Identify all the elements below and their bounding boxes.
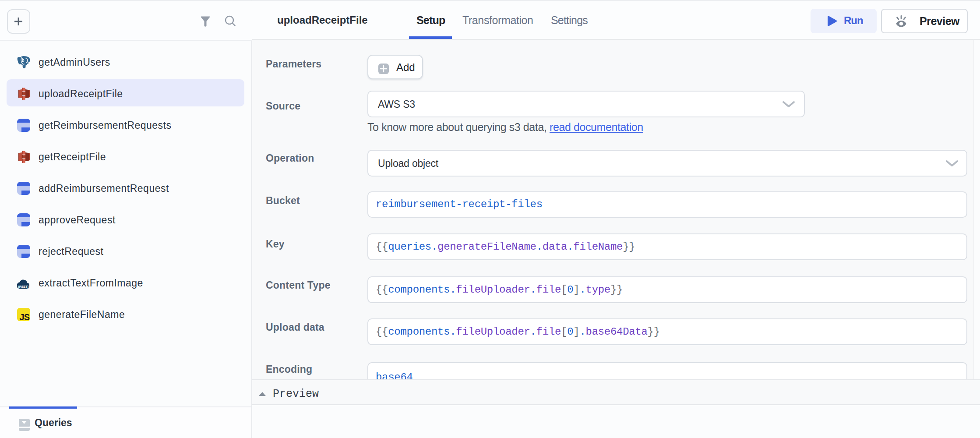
svg-text:{REST}: {REST} xyxy=(18,285,29,289)
